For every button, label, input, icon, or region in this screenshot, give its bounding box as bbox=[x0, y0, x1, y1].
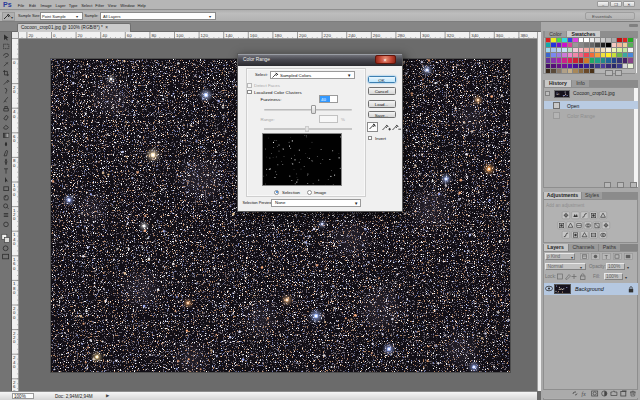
svg-text:40: 40 bbox=[102, 33, 107, 38]
svg-text:280: 280 bbox=[397, 33, 405, 38]
svg-text:0: 0 bbox=[13, 138, 16, 143]
svg-text:360: 360 bbox=[496, 33, 504, 38]
svg-text:160: 160 bbox=[250, 33, 258, 38]
svg-text:0: 0 bbox=[13, 216, 16, 221]
svg-text:120: 120 bbox=[201, 33, 209, 38]
svg-text:20: 20 bbox=[28, 33, 33, 38]
svg-text:340: 340 bbox=[471, 33, 479, 38]
svg-text:60: 60 bbox=[127, 33, 132, 38]
svg-text:240: 240 bbox=[348, 33, 356, 38]
svg-text:20: 20 bbox=[78, 33, 83, 38]
svg-text:220: 220 bbox=[324, 33, 332, 38]
svg-text:140: 140 bbox=[225, 33, 233, 38]
svg-text:0: 0 bbox=[13, 163, 16, 168]
svg-text:100: 100 bbox=[176, 33, 184, 38]
svg-text:320: 320 bbox=[447, 33, 455, 38]
svg-text:0: 0 bbox=[13, 241, 16, 246]
svg-text:0: 0 bbox=[13, 89, 16, 94]
svg-text:200: 200 bbox=[299, 33, 307, 38]
svg-text:0: 0 bbox=[13, 266, 16, 271]
svg-text:0: 0 bbox=[13, 114, 16, 119]
svg-text:0: 0 bbox=[13, 192, 16, 197]
svg-text:80: 80 bbox=[151, 33, 156, 38]
svg-text:0: 0 bbox=[13, 60, 16, 65]
svg-text:0: 0 bbox=[13, 364, 16, 369]
svg-text:380: 380 bbox=[520, 33, 528, 38]
svg-text:0: 0 bbox=[53, 33, 56, 38]
svg-text:180: 180 bbox=[274, 33, 282, 38]
svg-text:0: 0 bbox=[13, 389, 16, 391]
svg-text:0: 0 bbox=[13, 315, 16, 320]
svg-text:300: 300 bbox=[422, 33, 430, 38]
svg-text:0: 0 bbox=[13, 290, 16, 295]
svg-text:0: 0 bbox=[13, 339, 16, 344]
svg-text:fx: fx bbox=[582, 390, 587, 396]
svg-text:260: 260 bbox=[373, 33, 381, 38]
